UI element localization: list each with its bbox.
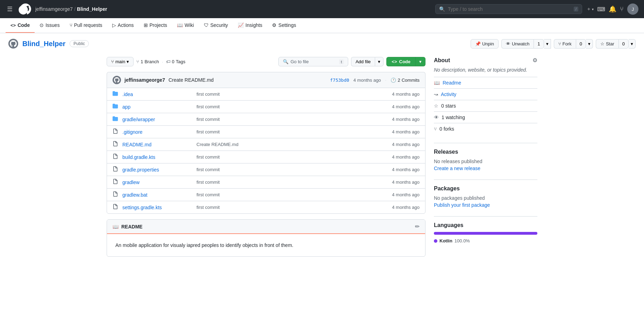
- issues-icon: ⊙: [40, 22, 44, 28]
- about-settings-button[interactable]: ⚙: [532, 57, 537, 64]
- tag-count-link[interactable]: 🏷 0 Tags: [166, 59, 186, 64]
- unwatch-count[interactable]: 1: [534, 39, 544, 49]
- search-bar[interactable]: 🔍 /: [435, 4, 582, 14]
- repo-link[interactable]: Blind_Helper: [77, 6, 107, 12]
- go-to-file[interactable]: 🔍 Go to file t: [278, 57, 348, 66]
- commit-time: 4 months ago: [353, 78, 381, 83]
- history-icon: 🕐: [391, 78, 396, 83]
- readme-header: 📖 README ✏: [107, 220, 425, 234]
- tab-security[interactable]: 🛡 Security: [199, 18, 233, 33]
- sidebar-divider-2: [434, 180, 537, 180]
- code-dropdown[interactable]: ▾: [415, 57, 425, 66]
- notifications-button[interactable]: 🔔: [609, 5, 616, 13]
- file-name-link[interactable]: gradlew: [122, 180, 192, 185]
- repo-name-link[interactable]: Blind_Helper: [22, 40, 65, 48]
- insights-icon: 📈: [238, 22, 244, 28]
- fork-icon: ⑂: [558, 41, 561, 46]
- table-row: .gitignore first commit 4 months ago: [107, 125, 425, 138]
- commits-label: Commits: [402, 78, 420, 83]
- code-button[interactable]: <> Code: [386, 57, 415, 66]
- add-file-button[interactable]: Add file: [351, 57, 375, 66]
- unpin-label: Unpin: [482, 41, 494, 46]
- tab-pull-requests[interactable]: ⑂ Pull requests: [65, 18, 107, 33]
- file-name-link[interactable]: gradle/wrapper: [122, 117, 192, 122]
- commit-message-link[interactable]: Create README.md: [169, 77, 214, 83]
- avatar[interactable]: J: [627, 3, 638, 15]
- add-file-label: Add file: [356, 59, 371, 64]
- search-input[interactable]: [448, 6, 571, 12]
- edit-readme-button[interactable]: ✏: [415, 223, 420, 230]
- releases-desc: No releases published: [434, 159, 537, 164]
- commit-hash-link[interactable]: f753bd0: [330, 78, 349, 83]
- owner-link[interactable]: jeffinsamgeorge7: [35, 6, 73, 12]
- publish-package-link[interactable]: Publish your first package: [434, 202, 537, 208]
- tab-issues[interactable]: ⊙ Issues: [35, 18, 64, 33]
- file-name-link[interactable]: gradle.properties: [122, 167, 192, 173]
- file-name-link[interactable]: app: [122, 104, 192, 110]
- file-name-link[interactable]: build.gradle.kts: [122, 154, 192, 160]
- unpin-button[interactable]: 📌 Unpin: [471, 39, 499, 49]
- unwatch-dropdown[interactable]: ▾: [544, 39, 551, 49]
- breadcrumb: jeffinsamgeorge7 / Blind_Helper: [35, 6, 107, 12]
- tab-settings[interactable]: ⚙ Settings: [267, 18, 301, 33]
- tab-wiki[interactable]: 📖 Wiki: [172, 18, 199, 33]
- table-row: gradle/wrapper first commit 4 months ago: [107, 113, 425, 125]
- terminal-button[interactable]: ⌨: [597, 6, 605, 13]
- create-release-link[interactable]: Create a new release: [434, 166, 537, 171]
- branch-count: 1: [141, 59, 143, 64]
- hamburger-button[interactable]: ☰: [6, 4, 14, 14]
- file-table: .idea first commit 4 months ago app firs…: [107, 88, 425, 214]
- table-row: gradlew first commit 4 months ago: [107, 176, 425, 188]
- tab-actions-label: Actions: [118, 22, 134, 28]
- branch-count-link[interactable]: ⑂ 1 Branch: [136, 59, 159, 64]
- readme-link[interactable]: Readme: [443, 80, 461, 86]
- file-commit-msg: Create README.md: [196, 142, 388, 147]
- watching-stat-icon: 👁: [434, 115, 439, 120]
- page-title: Blind_Helper: [22, 40, 65, 48]
- pull-requests-icon-button[interactable]: ⑂: [620, 6, 624, 13]
- branch-select[interactable]: ⑂ main ▾: [107, 57, 134, 66]
- star-button[interactable]: ☆ Star: [596, 39, 618, 49]
- file-name-link[interactable]: gradlew.bat: [122, 192, 192, 198]
- tag-count: 0: [172, 59, 174, 64]
- languages-title: Languages: [434, 222, 537, 228]
- file-name-link[interactable]: README.md: [122, 142, 192, 147]
- sidebar: About ⚙ No description, website, or topi…: [434, 57, 537, 257]
- readme-section: 📖 README ✏ An mobile application for vis…: [107, 219, 425, 257]
- file-time: 4 months ago: [392, 129, 420, 134]
- github-logo-icon: [20, 3, 31, 15]
- star-count[interactable]: 0: [618, 39, 629, 49]
- commit-separator: ·: [385, 77, 387, 83]
- activity-link[interactable]: Activity: [441, 92, 456, 97]
- about-desc: No description, website, or topics provi…: [434, 67, 537, 73]
- file-commit-msg: first commit: [196, 104, 388, 109]
- branch-link-icon: ⑂: [136, 59, 139, 64]
- tab-code-label: Code: [17, 22, 30, 28]
- tab-code[interactable]: <> Code: [6, 18, 35, 33]
- file-name-link[interactable]: .gitignore: [122, 129, 192, 135]
- file-name-link[interactable]: settings.gradle.kts: [122, 205, 192, 210]
- packages-desc: No packages published: [434, 195, 537, 201]
- fork-dropdown[interactable]: ▾: [586, 39, 593, 49]
- commit-author-link[interactable]: jeffinsamgeorge7: [124, 77, 165, 83]
- file-commit-msg: first commit: [196, 129, 388, 134]
- unwatch-button[interactable]: 👁 Unwatch: [501, 39, 534, 49]
- releases-section: Releases No releases published Create a …: [434, 149, 537, 171]
- tab-actions[interactable]: ▷ Actions: [107, 18, 139, 33]
- tab-insights[interactable]: 📈 Insights: [233, 18, 267, 33]
- sidebar-divider-3: [434, 216, 537, 217]
- file-name-link[interactable]: .idea: [122, 92, 192, 97]
- file-time: 4 months ago: [392, 154, 420, 160]
- add-button[interactable]: ＋ ▾: [586, 6, 594, 12]
- folder-icon: [113, 116, 118, 122]
- fork-count[interactable]: 0: [576, 39, 586, 49]
- file-time: 4 months ago: [392, 180, 420, 185]
- fork-button[interactable]: ⑂ Fork: [554, 39, 576, 49]
- sidebar-stat-activity: ↝ Activity: [434, 88, 537, 100]
- add-file-dropdown[interactable]: ▾: [375, 57, 384, 66]
- readme-title: README: [121, 224, 143, 229]
- fork-label: Fork: [563, 41, 572, 46]
- star-dropdown[interactable]: ▾: [629, 39, 636, 49]
- tab-projects[interactable]: ⊞ Projects: [139, 18, 172, 33]
- commits-history-link[interactable]: 🕐 2 Commits: [391, 78, 420, 83]
